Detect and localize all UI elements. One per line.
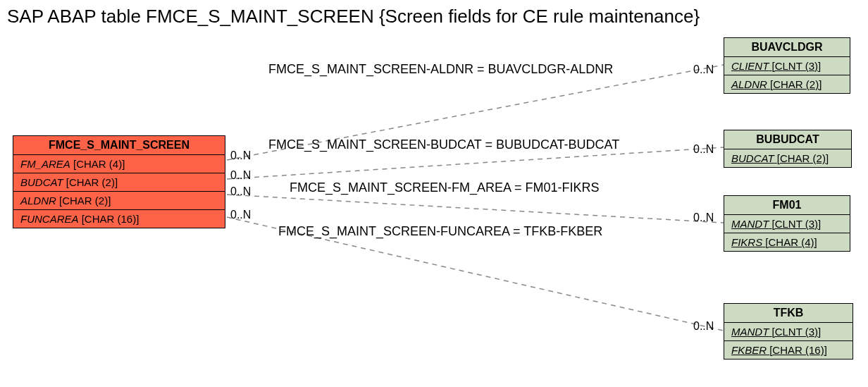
- cardinality: 0..N: [693, 143, 714, 156]
- svg-line-2: [227, 195, 724, 223]
- diagram-canvas: SAP ABAP table FMCE_S_MAINT_SCREEN {Scre…: [0, 0, 868, 387]
- cardinality: 0..N: [230, 169, 251, 182]
- entity-header: FM01: [724, 196, 850, 215]
- field-row: MANDT [CLNT (3)]: [724, 215, 850, 233]
- page-title: SAP ABAP table FMCE_S_MAINT_SCREEN {Scre…: [7, 6, 700, 27]
- field-row: FKBER [CHAR (16)]: [724, 341, 852, 359]
- entity-header: FMCE_S_MAINT_SCREEN: [13, 136, 225, 155]
- field-row: ALDNR [CHAR (2)]: [724, 75, 850, 93]
- cardinality: 0..N: [230, 209, 251, 221]
- relation-label: FMCE_S_MAINT_SCREEN-BUDCAT = BUBUDCAT-BU…: [268, 137, 619, 152]
- cardinality: 0..N: [693, 211, 714, 224]
- entity-fmce-s-maint-screen: FMCE_S_MAINT_SCREEN FM_AREA [CHAR (4)] B…: [13, 135, 225, 228]
- entity-header: TFKB: [724, 304, 852, 323]
- field-row: FM_AREA [CHAR (4)]: [13, 155, 225, 173]
- cardinality: 0..N: [693, 320, 714, 333]
- entity-bubudcat: BUBUDCAT BUDCAT [CHAR (2)]: [724, 130, 852, 168]
- entity-header: BUAVCLDGR: [724, 38, 850, 57]
- field-row: CLIENT [CLNT (3)]: [724, 57, 850, 75]
- entity-header: BUBUDCAT: [724, 130, 851, 149]
- field-row: FUNCAREA [CHAR (16)]: [13, 210, 225, 228]
- entity-fm01: FM01 MANDT [CLNT (3)] FIKRS [CHAR (4)]: [724, 195, 850, 252]
- entity-tfkb: TFKB MANDT [CLNT (3)] FKBER [CHAR (16)]: [724, 303, 853, 360]
- cardinality: 0..N: [230, 149, 251, 162]
- cardinality: 0..N: [230, 185, 251, 198]
- field-row: FIKRS [CHAR (4)]: [724, 233, 850, 251]
- field-row: MANDT [CLNT (3)]: [724, 323, 852, 341]
- field-row: BUDCAT [CHAR (2)]: [13, 173, 225, 192]
- relation-label: FMCE_S_MAINT_SCREEN-ALDNR = BUAVCLDGR-AL…: [268, 62, 613, 77]
- field-row: BUDCAT [CHAR (2)]: [724, 149, 851, 167]
- field-row: ALDNR [CHAR (2)]: [13, 192, 225, 210]
- cardinality: 0..N: [693, 63, 714, 76]
- relation-label: FMCE_S_MAINT_SCREEN-FM_AREA = FM01-FIKRS: [290, 180, 600, 195]
- relation-label: FMCE_S_MAINT_SCREEN-FUNCAREA = TFKB-FKBE…: [278, 224, 602, 239]
- entity-buavcldgr: BUAVCLDGR CLIENT [CLNT (3)] ALDNR [CHAR …: [724, 37, 850, 94]
